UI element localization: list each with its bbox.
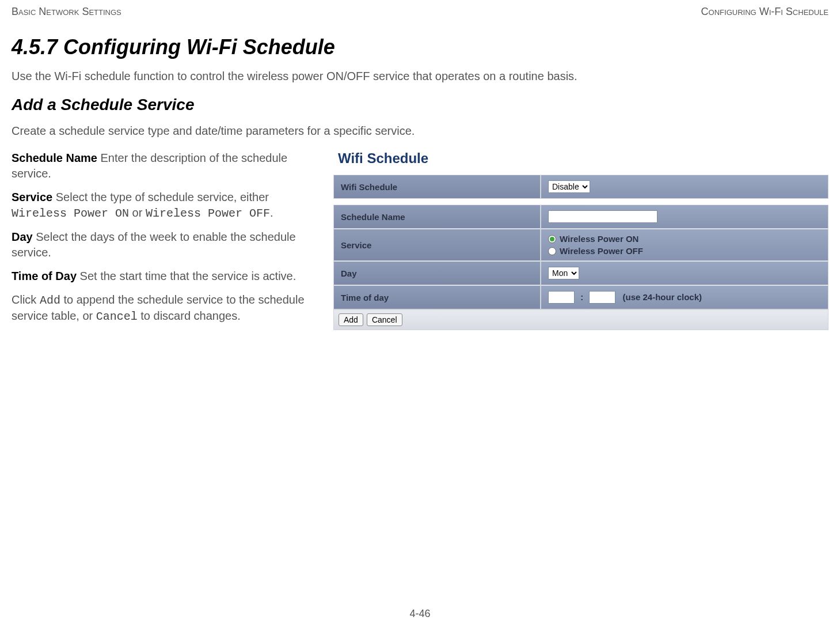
def-service: Service Select the type of schedule serv… <box>12 190 322 221</box>
radio-on-label: Wireless Power ON <box>560 234 638 244</box>
click-add: Add <box>40 294 60 307</box>
section-heading: 4.5.7 Configuring Wi-Fi Schedule <box>12 35 828 59</box>
label-time-of-day: Time of day <box>333 285 541 309</box>
add-button[interactable]: Add <box>339 313 363 326</box>
def-day: Day Select the days of the week to enabl… <box>12 229 322 260</box>
time-separator: : <box>580 292 583 302</box>
service-option-on-text: Wireless Power ON <box>12 207 129 220</box>
day-select[interactable]: Mon <box>548 267 579 279</box>
text-service-mid: or <box>129 206 146 219</box>
term-time-of-day: Time of Day <box>12 270 77 282</box>
page-footer: 4-46 <box>0 608 840 620</box>
header-left: Basic Network Settings <box>12 6 121 18</box>
label-service: Service <box>333 229 541 261</box>
row-wifi-schedule: Wifi Schedule Disable <box>333 175 828 199</box>
page-header: Basic Network Settings Configuring Wi-Fi… <box>12 6 828 18</box>
term-service: Service <box>12 191 52 203</box>
wifi-schedule-table: Wifi Schedule Disable Schedule Name Se <box>333 175 828 309</box>
screenshot-panel: Wifi Schedule Wifi Schedule Disable Sche… <box>333 150 828 332</box>
definitions-column: Schedule Name Enter the description of t… <box>12 150 322 332</box>
service-option-off-text: Wireless Power OFF <box>146 207 270 220</box>
cell-wifi-schedule-input: Disable <box>541 175 828 199</box>
def-time-of-day: Time of Day Set the start time that the … <box>12 268 322 284</box>
row-service: Service Wireless Power ON Wireless Power… <box>333 229 828 261</box>
cell-day-input: Mon <box>541 261 828 285</box>
text-day: Select the days of the week to enable th… <box>12 230 296 259</box>
button-bar: Add Cancel <box>333 309 828 330</box>
row-time-of-day: Time of day : (use 24-hour clock) <box>333 285 828 309</box>
row-day: Day Mon <box>333 261 828 285</box>
label-schedule-name: Schedule Name <box>333 205 541 229</box>
cell-service-input: Wireless Power ON Wireless Power OFF <box>541 229 828 261</box>
time-minute-input[interactable] <box>589 291 615 304</box>
click-after: to discard changes. <box>138 309 241 322</box>
row-gap <box>333 199 828 205</box>
cell-time-input: : (use 24-hour clock) <box>541 285 828 309</box>
radio-wireless-power-off[interactable]: Wireless Power OFF <box>548 246 821 256</box>
label-day: Day <box>333 261 541 285</box>
cell-schedule-name-input <box>541 205 828 229</box>
def-click-note: Click Add to append the schedule service… <box>12 292 322 324</box>
term-schedule-name: Schedule Name <box>12 152 97 164</box>
text-service-before: Select the type of schedule service, eit… <box>52 191 269 203</box>
click-before: Click <box>12 293 40 306</box>
schedule-name-input[interactable] <box>548 210 657 223</box>
radio-off-icon <box>548 247 556 255</box>
term-day: Day <box>12 230 33 243</box>
subsection-heading: Add a Schedule Service <box>12 96 828 114</box>
section-intro: Use the Wi-Fi schedule function to contr… <box>12 70 828 83</box>
text-service-after: . <box>270 206 273 219</box>
click-cancel: Cancel <box>96 310 138 323</box>
subsection-intro: Create a schedule service type and date/… <box>12 124 828 138</box>
radio-off-label: Wireless Power OFF <box>560 246 643 256</box>
label-wifi-schedule: Wifi Schedule <box>333 175 541 199</box>
text-time-of-day: Set the start time that the service is a… <box>77 270 296 282</box>
clock-note: (use 24-hour clock) <box>623 292 702 302</box>
cancel-button[interactable]: Cancel <box>367 313 402 326</box>
radio-wireless-power-on[interactable]: Wireless Power ON <box>548 234 821 244</box>
panel-title: Wifi Schedule <box>338 150 828 167</box>
radio-on-icon <box>548 235 556 243</box>
def-schedule-name: Schedule Name Enter the description of t… <box>12 150 322 181</box>
wifi-schedule-select[interactable]: Disable <box>548 180 590 193</box>
time-hour-input[interactable] <box>548 291 575 304</box>
header-right: Configuring Wi-Fi Schedule <box>701 6 828 18</box>
row-schedule-name: Schedule Name <box>333 205 828 229</box>
